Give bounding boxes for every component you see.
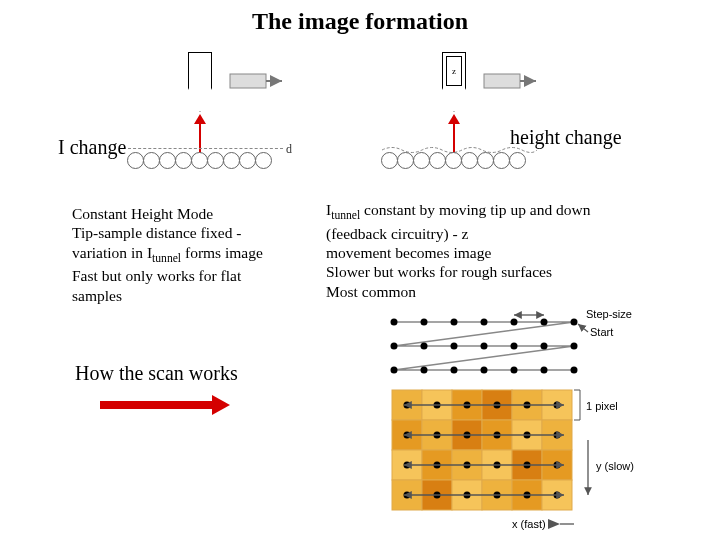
x-fast-label: x (fast) [512,518,546,530]
svg-point-23 [541,367,548,374]
label-i-change: I change [58,136,126,159]
svg-point-20 [451,367,458,374]
slide-title: The image formation [0,8,720,35]
motion-arrow-icon [482,68,542,98]
svg-point-10 [571,319,578,326]
svg-point-6 [451,319,458,326]
svg-point-7 [481,319,488,326]
y-slow-label: y (slow) [596,460,634,472]
pixel-grid: 1 pixel y (slow) x (fast) [392,390,634,530]
svg-point-22 [511,367,518,374]
svg-point-19 [421,367,428,374]
constant-current-text: Itunnel constant by moving tip up and do… [326,200,666,301]
svg-rect-0 [230,74,266,88]
svg-point-17 [571,343,578,350]
svg-point-8 [511,319,518,326]
svg-point-12 [421,343,428,350]
atom-row [382,152,526,169]
svg-point-21 [481,367,488,374]
constant-height-text: Constant Height Mode Tip-sample distance… [72,204,322,305]
z-box-icon: z [446,56,462,86]
svg-point-15 [511,343,518,350]
svg-point-24 [571,367,578,374]
svg-point-14 [481,343,488,350]
raster-scan-figure: Step-size Start [374,310,694,520]
scan-path-top: Step-size Start [391,310,632,374]
svg-point-18 [391,367,398,374]
distance-d-label: d [286,142,292,157]
constant-height-diagram: d [128,44,298,174]
how-scan-heading: How the scan works [75,362,238,385]
motion-arrow-icon [228,68,288,98]
svg-point-5 [421,319,428,326]
one-pixel-label: 1 pixel [586,400,618,412]
red-scan-arrow-icon [100,398,230,412]
svg-point-13 [451,343,458,350]
constant-current-diagram: z [382,44,552,174]
svg-point-9 [541,319,548,326]
svg-point-4 [391,319,398,326]
svg-point-11 [391,343,398,350]
svg-point-16 [541,343,548,350]
surface-line [128,148,283,149]
svg-line-26 [578,324,588,332]
step-size-label: Step-size [586,310,632,320]
atom-row [128,152,272,169]
start-label: Start [590,326,613,338]
stm-tip-icon [188,52,212,112]
svg-rect-2 [484,74,520,88]
